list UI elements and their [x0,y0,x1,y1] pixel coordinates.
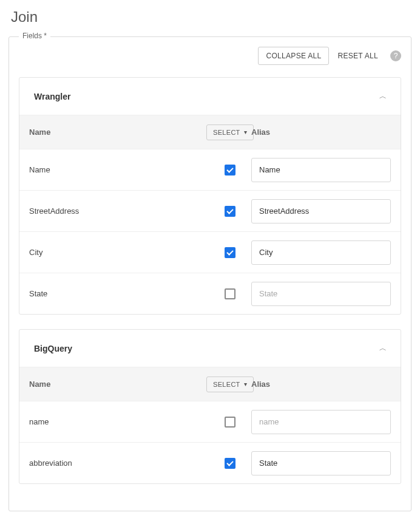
help-icon[interactable]: ? [390,50,401,61]
select-all-label: SELECT [213,129,240,136]
reset-all-button[interactable]: RESET ALL [334,47,382,64]
column-alias-header: Alias [251,128,391,137]
field-name: Name [28,165,209,174]
fields-grid: NameSELECT▾AliasNameStreetAddressCitySta… [19,115,401,314]
fields-legend: Fields * [19,32,50,40]
column-name-header: Name [28,380,209,389]
column-alias-header: Alias [251,380,391,389]
panel-header[interactable]: BigQuery﹀ [19,330,401,367]
grid-header: NameSELECT▾Alias [19,367,401,401]
fields-toolbar: COLLAPSE ALL RESET ALL ? [19,47,401,65]
panel-title: Wrangler [34,92,70,101]
field-checkbox[interactable] [225,206,235,217]
fields-fieldset: Fields * COLLAPSE ALL RESET ALL ? Wrangl… [8,36,412,511]
field-name: abbreviation [28,458,209,468]
field-name: State [28,289,209,298]
field-checkbox[interactable] [225,458,235,469]
grid-header: NameSELECT▾Alias [19,115,401,149]
page-title: Join [0,0,420,30]
field-name: City [28,248,209,257]
caret-down-icon: ▾ [244,129,247,135]
field-checkbox[interactable] [225,417,235,428]
field-checkbox[interactable] [225,165,235,176]
alias-input[interactable] [251,410,391,434]
select-all-dropdown[interactable]: SELECT▾ [206,377,254,392]
field-name: StreetAddress [28,206,209,216]
alias-input[interactable] [251,158,391,182]
table-row: StreetAddress [19,190,401,231]
table-row: abbreviation [19,442,401,483]
table-row: Name [19,149,401,190]
field-checkbox[interactable] [225,247,235,258]
column-name-header: Name [28,128,209,137]
collapse-all-button[interactable]: COLLAPSE ALL [258,47,329,65]
panel: Wrangler﹀NameSELECT▾AliasNameStreetAddre… [19,77,401,315]
fields-grid: NameSELECT▾Aliasnameabbreviation [19,367,401,483]
alias-input[interactable] [251,451,391,475]
panel-title: BigQuery [34,344,72,353]
alias-input[interactable] [251,240,391,265]
field-name: name [28,417,209,426]
panel: BigQuery﹀NameSELECT▾Aliasnameabbreviatio… [19,329,401,484]
alias-input[interactable] [251,282,391,306]
chevron-up-icon[interactable]: ﹀ [379,91,386,101]
field-checkbox[interactable] [225,288,235,299]
panel-header[interactable]: Wrangler﹀ [19,78,401,115]
select-all-dropdown[interactable]: SELECT▾ [206,124,254,140]
table-row: City [19,231,401,273]
table-row: State [19,273,401,314]
caret-down-icon: ▾ [244,381,247,387]
chevron-up-icon[interactable]: ﹀ [379,343,386,353]
alias-input[interactable] [251,199,391,223]
table-row: name [19,401,401,442]
select-all-label: SELECT [213,381,240,388]
